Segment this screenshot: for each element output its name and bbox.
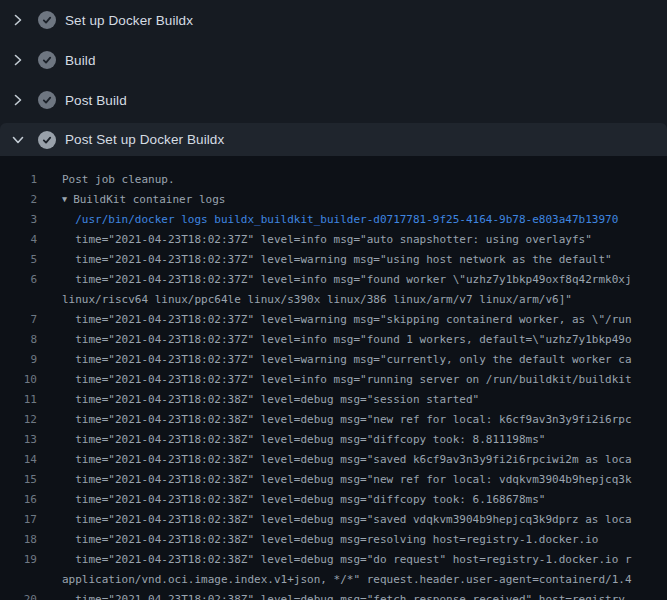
chevron-right-icon bbox=[10, 12, 26, 28]
log-line-number[interactable]: 3 bbox=[0, 213, 37, 226]
log-text: application/vnd.oci.image.index.v1+json,… bbox=[37, 573, 632, 586]
log-line: 20 time="2021-04-23T18:02:38Z" level=deb… bbox=[0, 589, 667, 600]
step-section-set-up-docker-buildx[interactable]: Set up Docker Buildx bbox=[0, 0, 667, 40]
log-line: 8 time="2021-04-23T18:02:37Z" level=info… bbox=[0, 329, 667, 349]
log-line: 16 time="2021-04-23T18:02:38Z" level=deb… bbox=[0, 489, 667, 509]
log-line-number[interactable]: 5 bbox=[0, 253, 37, 266]
log-line: 17 time="2021-04-23T18:02:38Z" level=deb… bbox=[0, 509, 667, 529]
log-text: time="2021-04-23T18:02:38Z" level=debug … bbox=[37, 433, 545, 446]
step-success-icon bbox=[38, 51, 56, 69]
log-line-number[interactable]: 6 bbox=[0, 273, 37, 286]
log-line: 1Post job cleanup. bbox=[0, 169, 667, 189]
step-section-build[interactable]: Build bbox=[0, 40, 667, 80]
log-line: 10 time="2021-04-23T18:02:37Z" level=inf… bbox=[0, 369, 667, 389]
log-line: 5 time="2021-04-23T18:02:37Z" level=warn… bbox=[0, 249, 667, 269]
step-label: Set up Docker Buildx bbox=[65, 13, 193, 28]
log-text: time="2021-04-23T18:02:38Z" level=debug … bbox=[37, 473, 632, 486]
log-line-number[interactable]: 20 bbox=[0, 593, 37, 600]
step-label: Build bbox=[65, 53, 96, 68]
chevron-down-icon bbox=[10, 132, 26, 148]
log-line-number[interactable]: 10 bbox=[0, 373, 37, 386]
log-line-number[interactable]: 14 bbox=[0, 453, 37, 466]
log-line: 7 time="2021-04-23T18:02:37Z" level=warn… bbox=[0, 309, 667, 329]
log-line-continuation: application/vnd.oci.image.index.v1+json,… bbox=[0, 569, 667, 589]
log-line-continuation: linux/riscv64 linux/ppc64le linux/s390x … bbox=[0, 289, 667, 309]
actions-log-viewer: Set up Docker BuildxBuildPost BuildPost … bbox=[0, 0, 667, 600]
log-line: 3 /usr/bin/docker logs buildx_buildkit_b… bbox=[0, 209, 667, 229]
log-line-number[interactable]: 15 bbox=[0, 473, 37, 486]
step-section-post-set-up-docker-buildx[interactable]: Post Set up Docker Buildx bbox=[0, 123, 667, 156]
log-line-number[interactable]: 16 bbox=[0, 493, 37, 506]
step-success-icon bbox=[38, 131, 56, 149]
log-line: 19 time="2021-04-23T18:02:38Z" level=deb… bbox=[0, 549, 667, 569]
log-text: time="2021-04-23T18:02:37Z" level=warnin… bbox=[37, 313, 632, 326]
log-text: time="2021-04-23T18:02:38Z" level=debug … bbox=[37, 533, 598, 546]
log-line: 2▼BuildKit container logs bbox=[0, 189, 667, 209]
log-text: time="2021-04-23T18:02:38Z" level=debug … bbox=[37, 493, 545, 506]
log-line: 14 time="2021-04-23T18:02:38Z" level=deb… bbox=[0, 449, 667, 469]
log-text: time="2021-04-23T18:02:37Z" level=warnin… bbox=[37, 353, 632, 366]
steps-list: Set up Docker BuildxBuildPost BuildPost … bbox=[0, 0, 667, 156]
log-text: time="2021-04-23T18:02:37Z" level=warnin… bbox=[37, 253, 612, 266]
step-success-icon bbox=[38, 91, 56, 109]
log-viewer: 1Post job cleanup.2▼BuildKit container l… bbox=[0, 156, 667, 600]
log-line-number[interactable]: 1 bbox=[0, 173, 37, 186]
log-line: 4 time="2021-04-23T18:02:37Z" level=info… bbox=[0, 229, 667, 249]
log-group-toggle-icon[interactable]: ▼ bbox=[62, 194, 67, 204]
log-line-number[interactable]: 8 bbox=[0, 333, 37, 346]
log-line: 15 time="2021-04-23T18:02:38Z" level=deb… bbox=[0, 469, 667, 489]
log-line: 9 time="2021-04-23T18:02:37Z" level=warn… bbox=[0, 349, 667, 369]
log-line: 13 time="2021-04-23T18:02:38Z" level=deb… bbox=[0, 429, 667, 449]
log-text: time="2021-04-23T18:02:38Z" level=debug … bbox=[37, 593, 632, 600]
log-text: time="2021-04-23T18:02:38Z" level=debug … bbox=[37, 553, 632, 566]
log-line-number[interactable]: 18 bbox=[0, 533, 37, 546]
log-line: 18 time="2021-04-23T18:02:38Z" level=deb… bbox=[0, 529, 667, 549]
step-success-icon bbox=[38, 11, 56, 29]
log-line-number[interactable]: 17 bbox=[0, 513, 37, 526]
step-label: Post Build bbox=[65, 93, 127, 108]
log-text: Post job cleanup. bbox=[37, 173, 175, 186]
log-text: time="2021-04-23T18:02:37Z" level=info m… bbox=[37, 273, 632, 286]
log-line-number[interactable]: 9 bbox=[0, 353, 37, 366]
log-text: time="2021-04-23T18:02:38Z" level=debug … bbox=[37, 393, 479, 406]
log-line: 6 time="2021-04-23T18:02:37Z" level=info… bbox=[0, 269, 667, 289]
log-line-number[interactable]: 13 bbox=[0, 433, 37, 446]
log-command-text: /usr/bin/docker logs buildx_buildkit_bui… bbox=[37, 213, 618, 226]
log-line: 11 time="2021-04-23T18:02:38Z" level=deb… bbox=[0, 389, 667, 409]
log-text: time="2021-04-23T18:02:38Z" level=debug … bbox=[37, 413, 632, 426]
log-text: linux/riscv64 linux/ppc64le linux/s390x … bbox=[37, 293, 572, 306]
log-line-number[interactable]: 2 bbox=[0, 193, 37, 206]
log-text: time="2021-04-23T18:02:38Z" level=debug … bbox=[37, 513, 632, 526]
log-text: time="2021-04-23T18:02:38Z" level=debug … bbox=[37, 453, 632, 466]
log-line: 12 time="2021-04-23T18:02:38Z" level=deb… bbox=[0, 409, 667, 429]
log-text: time="2021-04-23T18:02:37Z" level=info m… bbox=[37, 233, 592, 246]
log-text: time="2021-04-23T18:02:37Z" level=info m… bbox=[37, 373, 632, 386]
step-label: Post Set up Docker Buildx bbox=[65, 132, 224, 147]
log-line-number[interactable]: 4 bbox=[0, 233, 37, 246]
log-line-number[interactable]: 12 bbox=[0, 413, 37, 426]
log-line-number[interactable]: 19 bbox=[0, 553, 37, 566]
step-section-post-build[interactable]: Post Build bbox=[0, 80, 667, 120]
log-text: time="2021-04-23T18:02:37Z" level=info m… bbox=[37, 333, 632, 346]
log-group-title: BuildKit container logs bbox=[73, 193, 225, 206]
log-line-number[interactable]: 7 bbox=[0, 313, 37, 326]
chevron-right-icon bbox=[10, 52, 26, 68]
log-text: ▼BuildKit container logs bbox=[37, 193, 225, 206]
chevron-right-icon bbox=[10, 92, 26, 108]
log-line-number[interactable]: 11 bbox=[0, 393, 37, 406]
